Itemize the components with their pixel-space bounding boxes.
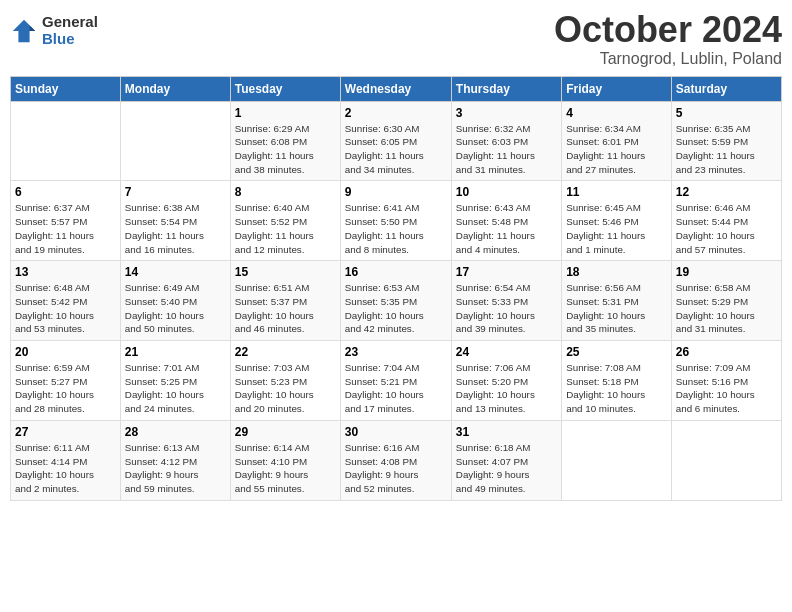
day-number: 10 xyxy=(456,185,557,199)
day-info: Sunrise: 6:49 AM Sunset: 5:40 PM Dayligh… xyxy=(125,282,204,334)
day-info: Sunrise: 7:08 AM Sunset: 5:18 PM Dayligh… xyxy=(566,362,645,414)
day-number: 31 xyxy=(456,425,557,439)
day-info: Sunrise: 6:13 AM Sunset: 4:12 PM Dayligh… xyxy=(125,442,200,494)
day-number: 1 xyxy=(235,106,336,120)
calendar-cell: 1Sunrise: 6:29 AM Sunset: 6:08 PM Daylig… xyxy=(230,101,340,181)
day-number: 22 xyxy=(235,345,336,359)
calendar-cell: 3Sunrise: 6:32 AM Sunset: 6:03 PM Daylig… xyxy=(451,101,561,181)
logo-icon xyxy=(10,17,38,45)
weekday-header-tuesday: Tuesday xyxy=(230,76,340,101)
day-info: Sunrise: 6:18 AM Sunset: 4:07 PM Dayligh… xyxy=(456,442,531,494)
calendar-cell: 29Sunrise: 6:14 AM Sunset: 4:10 PM Dayli… xyxy=(230,420,340,500)
day-info: Sunrise: 6:38 AM Sunset: 5:54 PM Dayligh… xyxy=(125,202,204,254)
day-info: Sunrise: 7:03 AM Sunset: 5:23 PM Dayligh… xyxy=(235,362,314,414)
day-info: Sunrise: 6:45 AM Sunset: 5:46 PM Dayligh… xyxy=(566,202,645,254)
logo-text: General Blue xyxy=(42,14,98,47)
day-number: 23 xyxy=(345,345,447,359)
day-number: 8 xyxy=(235,185,336,199)
day-number: 24 xyxy=(456,345,557,359)
calendar-cell: 25Sunrise: 7:08 AM Sunset: 5:18 PM Dayli… xyxy=(562,341,672,421)
calendar-cell xyxy=(11,101,121,181)
calendar-cell: 12Sunrise: 6:46 AM Sunset: 5:44 PM Dayli… xyxy=(671,181,781,261)
day-info: Sunrise: 6:56 AM Sunset: 5:31 PM Dayligh… xyxy=(566,282,645,334)
calendar-cell: 9Sunrise: 6:41 AM Sunset: 5:50 PM Daylig… xyxy=(340,181,451,261)
day-number: 26 xyxy=(676,345,777,359)
day-info: Sunrise: 6:16 AM Sunset: 4:08 PM Dayligh… xyxy=(345,442,420,494)
month-title: October 2024 xyxy=(554,10,782,50)
day-number: 21 xyxy=(125,345,226,359)
calendar-cell: 18Sunrise: 6:56 AM Sunset: 5:31 PM Dayli… xyxy=(562,261,672,341)
day-number: 16 xyxy=(345,265,447,279)
day-number: 9 xyxy=(345,185,447,199)
day-info: Sunrise: 6:41 AM Sunset: 5:50 PM Dayligh… xyxy=(345,202,424,254)
logo-blue-text: Blue xyxy=(42,31,98,48)
day-info: Sunrise: 6:30 AM Sunset: 6:05 PM Dayligh… xyxy=(345,123,424,175)
day-number: 15 xyxy=(235,265,336,279)
weekday-header-thursday: Thursday xyxy=(451,76,561,101)
day-info: Sunrise: 7:06 AM Sunset: 5:20 PM Dayligh… xyxy=(456,362,535,414)
day-info: Sunrise: 6:48 AM Sunset: 5:42 PM Dayligh… xyxy=(15,282,94,334)
day-info: Sunrise: 7:01 AM Sunset: 5:25 PM Dayligh… xyxy=(125,362,204,414)
title-section: October 2024 Tarnogrod, Lublin, Poland xyxy=(554,10,782,68)
day-info: Sunrise: 6:40 AM Sunset: 5:52 PM Dayligh… xyxy=(235,202,314,254)
day-number: 19 xyxy=(676,265,777,279)
calendar-cell xyxy=(671,420,781,500)
day-info: Sunrise: 6:43 AM Sunset: 5:48 PM Dayligh… xyxy=(456,202,535,254)
day-number: 25 xyxy=(566,345,667,359)
location-title: Tarnogrod, Lublin, Poland xyxy=(554,50,782,68)
weekday-header-wednesday: Wednesday xyxy=(340,76,451,101)
calendar-cell: 7Sunrise: 6:38 AM Sunset: 5:54 PM Daylig… xyxy=(120,181,230,261)
calendar-cell: 15Sunrise: 6:51 AM Sunset: 5:37 PM Dayli… xyxy=(230,261,340,341)
calendar-cell: 6Sunrise: 6:37 AM Sunset: 5:57 PM Daylig… xyxy=(11,181,121,261)
weekday-header-friday: Friday xyxy=(562,76,672,101)
calendar-cell: 22Sunrise: 7:03 AM Sunset: 5:23 PM Dayli… xyxy=(230,341,340,421)
day-number: 7 xyxy=(125,185,226,199)
calendar-cell: 21Sunrise: 7:01 AM Sunset: 5:25 PM Dayli… xyxy=(120,341,230,421)
calendar-cell: 24Sunrise: 7:06 AM Sunset: 5:20 PM Dayli… xyxy=(451,341,561,421)
calendar-cell: 4Sunrise: 6:34 AM Sunset: 6:01 PM Daylig… xyxy=(562,101,672,181)
calendar-week-row: 13Sunrise: 6:48 AM Sunset: 5:42 PM Dayli… xyxy=(11,261,782,341)
day-number: 20 xyxy=(15,345,116,359)
logo-general-text: General xyxy=(42,14,98,31)
weekday-header-sunday: Sunday xyxy=(11,76,121,101)
calendar-cell: 17Sunrise: 6:54 AM Sunset: 5:33 PM Dayli… xyxy=(451,261,561,341)
day-number: 6 xyxy=(15,185,116,199)
calendar-week-row: 1Sunrise: 6:29 AM Sunset: 6:08 PM Daylig… xyxy=(11,101,782,181)
day-info: Sunrise: 7:09 AM Sunset: 5:16 PM Dayligh… xyxy=(676,362,755,414)
calendar-cell: 27Sunrise: 6:11 AM Sunset: 4:14 PM Dayli… xyxy=(11,420,121,500)
weekday-header-monday: Monday xyxy=(120,76,230,101)
calendar-week-row: 20Sunrise: 6:59 AM Sunset: 5:27 PM Dayli… xyxy=(11,341,782,421)
day-number: 2 xyxy=(345,106,447,120)
day-number: 4 xyxy=(566,106,667,120)
day-number: 11 xyxy=(566,185,667,199)
day-info: Sunrise: 7:04 AM Sunset: 5:21 PM Dayligh… xyxy=(345,362,424,414)
day-number: 5 xyxy=(676,106,777,120)
day-info: Sunrise: 6:34 AM Sunset: 6:01 PM Dayligh… xyxy=(566,123,645,175)
weekday-header-saturday: Saturday xyxy=(671,76,781,101)
day-number: 12 xyxy=(676,185,777,199)
calendar-cell: 13Sunrise: 6:48 AM Sunset: 5:42 PM Dayli… xyxy=(11,261,121,341)
day-info: Sunrise: 6:54 AM Sunset: 5:33 PM Dayligh… xyxy=(456,282,535,334)
day-number: 27 xyxy=(15,425,116,439)
day-number: 29 xyxy=(235,425,336,439)
calendar-cell: 26Sunrise: 7:09 AM Sunset: 5:16 PM Dayli… xyxy=(671,341,781,421)
calendar-cell: 8Sunrise: 6:40 AM Sunset: 5:52 PM Daylig… xyxy=(230,181,340,261)
calendar-cell: 19Sunrise: 6:58 AM Sunset: 5:29 PM Dayli… xyxy=(671,261,781,341)
calendar-cell xyxy=(120,101,230,181)
calendar-cell: 10Sunrise: 6:43 AM Sunset: 5:48 PM Dayli… xyxy=(451,181,561,261)
logo: General Blue xyxy=(10,14,98,47)
day-info: Sunrise: 6:46 AM Sunset: 5:44 PM Dayligh… xyxy=(676,202,755,254)
calendar-cell: 5Sunrise: 6:35 AM Sunset: 5:59 PM Daylig… xyxy=(671,101,781,181)
weekday-header-row: SundayMondayTuesdayWednesdayThursdayFrid… xyxy=(11,76,782,101)
calendar-cell: 2Sunrise: 6:30 AM Sunset: 6:05 PM Daylig… xyxy=(340,101,451,181)
day-info: Sunrise: 6:58 AM Sunset: 5:29 PM Dayligh… xyxy=(676,282,755,334)
day-number: 18 xyxy=(566,265,667,279)
day-number: 14 xyxy=(125,265,226,279)
calendar-cell: 23Sunrise: 7:04 AM Sunset: 5:21 PM Dayli… xyxy=(340,341,451,421)
calendar-cell: 16Sunrise: 6:53 AM Sunset: 5:35 PM Dayli… xyxy=(340,261,451,341)
day-info: Sunrise: 6:32 AM Sunset: 6:03 PM Dayligh… xyxy=(456,123,535,175)
calendar-cell: 14Sunrise: 6:49 AM Sunset: 5:40 PM Dayli… xyxy=(120,261,230,341)
calendar-cell: 30Sunrise: 6:16 AM Sunset: 4:08 PM Dayli… xyxy=(340,420,451,500)
calendar-cell: 20Sunrise: 6:59 AM Sunset: 5:27 PM Dayli… xyxy=(11,341,121,421)
calendar-week-row: 6Sunrise: 6:37 AM Sunset: 5:57 PM Daylig… xyxy=(11,181,782,261)
